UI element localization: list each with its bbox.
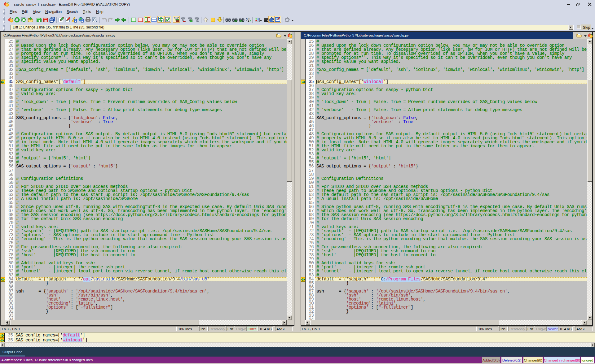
svg-text:A: A	[248, 20, 249, 23]
svg-text:B: B	[249, 20, 251, 23]
